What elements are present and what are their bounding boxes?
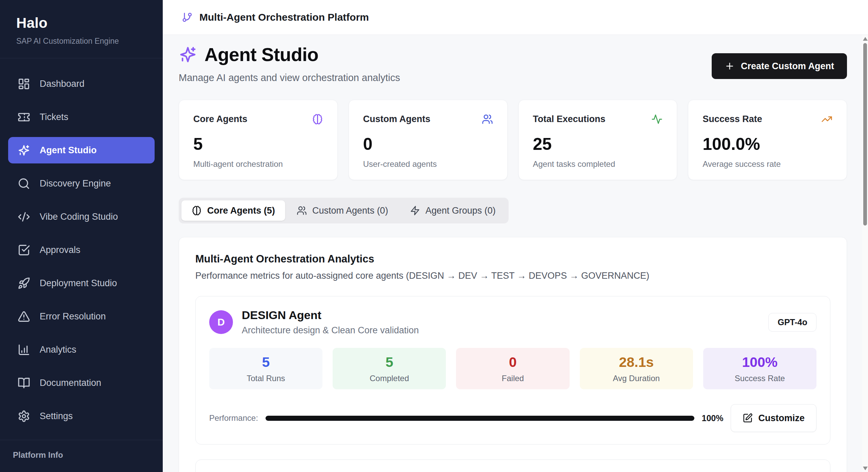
main-area: Multi-Agent Orchestration Platform Agent…: [163, 0, 868, 472]
agent-stat-success-rate: 100% Success Rate: [703, 348, 816, 389]
stat-sub: User-created agents: [363, 159, 493, 169]
page-subtitle: Manage AI agents and view orchestration …: [179, 72, 400, 83]
agent-stat-total-runs: 5 Total Runs: [209, 348, 322, 389]
page-header: Agent Studio Manage AI agents and view o…: [179, 44, 847, 83]
create-custom-agent-button[interactable]: Create Custom Agent: [712, 53, 847, 79]
vertical-scrollbar[interactable]: [862, 35, 868, 472]
sidebar-item-discovery-engine[interactable]: Discovery Engine: [8, 170, 155, 197]
stat-label: Success Rate: [703, 114, 762, 124]
sidebar-item-settings[interactable]: Settings: [8, 403, 155, 429]
scrollbar-up-arrow-icon[interactable]: [863, 37, 868, 41]
stat-label: Core Agents: [193, 114, 248, 124]
agent-stat-value: 100%: [742, 354, 777, 370]
sidebar-item-approvals[interactable]: Approvals: [8, 237, 155, 263]
page-title-row: Agent Studio: [179, 44, 400, 65]
sparkles-icon: [18, 144, 30, 157]
sidebar-item-label: Approvals: [40, 245, 80, 255]
scrollbar-down-arrow-icon[interactable]: [863, 467, 868, 470]
app-subtitle: SAP AI Customization Engine: [16, 37, 146, 46]
git-branch-icon: [182, 12, 193, 23]
agent-stat-avg-duration: 28.1s Avg Duration: [580, 348, 693, 389]
stat-value: 25: [533, 134, 663, 154]
agent-stat-value: 5: [386, 354, 393, 370]
performance-bar: [265, 416, 694, 421]
tab-label: Custom Agents (0): [312, 205, 388, 216]
performance-bar-fill: [265, 416, 694, 421]
brain-icon: [192, 205, 202, 216]
agent-card-dev: D DEV Agent Production-ready code genera…: [195, 459, 830, 472]
book-open-icon: [18, 377, 30, 389]
tab-label: Agent Groups (0): [426, 205, 496, 216]
tab-custom-agents[interactable]: Custom Agents (0): [287, 200, 398, 221]
plus-icon: [725, 61, 735, 71]
stat-sub: Average success rate: [703, 159, 832, 169]
sidebar-footer: Platform Info: [0, 440, 163, 472]
tab-core-agents[interactable]: Core Agents (5): [181, 200, 285, 221]
agent-stat-value: 28.1s: [619, 354, 654, 370]
edit-icon: [743, 413, 753, 423]
stat-value: 5: [193, 134, 323, 154]
agent-stat-label: Avg Duration: [613, 374, 660, 383]
agent-description: Architecture design & Clean Core validat…: [242, 325, 419, 336]
stat-value: 100.0%: [703, 134, 832, 154]
sidebar-item-label: Documentation: [40, 378, 101, 388]
sidebar-item-label: Deployment Studio: [40, 278, 117, 289]
customize-button[interactable]: Customize: [731, 404, 816, 432]
stat-sub: Multi-agent orchestration: [193, 159, 323, 169]
orchestration-analytics-panel: Multi-Agent Orchestration Analytics Perf…: [179, 237, 847, 472]
platform-info-label: Platform Info: [13, 450, 63, 459]
agent-name: DESIGN Agent: [242, 309, 419, 322]
sidebar-item-label: Agent Studio: [40, 145, 97, 156]
gear-icon: [18, 410, 30, 422]
model-badge: GPT-4o: [768, 313, 816, 332]
agent-stat-label: Success Rate: [735, 374, 785, 383]
agent-stat-failed: 0 Failed: [456, 348, 569, 389]
app-logo: Halo: [16, 15, 146, 31]
sidebar-item-error-resolution[interactable]: Error Resolution: [8, 303, 155, 330]
scrollbar-thumb[interactable]: [863, 43, 867, 225]
sidebar-item-label: Settings: [40, 411, 73, 421]
sidebar: Halo SAP AI Customization Engine Dashboa…: [0, 0, 163, 472]
stats-row: Core Agents 5 Multi-agent orchestration …: [179, 100, 847, 180]
agent-stat-label: Failed: [502, 374, 524, 383]
brain-icon: [312, 114, 323, 125]
tab-label: Core Agents (5): [207, 205, 275, 216]
sidebar-nav: Dashboard Tickets Agent Studio Discovery…: [0, 58, 163, 440]
sidebar-item-label: Error Resolution: [40, 311, 106, 322]
performance-value: 100%: [702, 413, 724, 423]
stat-value: 0: [363, 134, 493, 154]
sidebar-item-label: Analytics: [40, 345, 76, 355]
agent-card-design: D DESIGN Agent Architecture design & Cle…: [195, 296, 830, 445]
sidebar-item-deployment-studio[interactable]: Deployment Studio: [8, 270, 155, 296]
alert-triangle-icon: [18, 310, 30, 323]
users-icon: [297, 205, 307, 216]
stat-card-total-executions: Total Executions 25 Agent tasks complete…: [518, 100, 677, 180]
sparkles-icon: [179, 45, 197, 64]
create-custom-agent-label: Create Custom Agent: [741, 61, 834, 72]
zap-icon: [410, 205, 420, 216]
performance-label: Performance:: [209, 413, 258, 423]
page-title: Agent Studio: [204, 44, 318, 65]
sidebar-item-vibe-coding-studio[interactable]: Vibe Coding Studio: [8, 203, 155, 230]
analytics-subtitle: Performance metrics for auto-assigned co…: [195, 271, 830, 281]
sidebar-item-label: Tickets: [40, 112, 68, 122]
agent-stat-label: Completed: [370, 374, 409, 383]
tab-agent-groups[interactable]: Agent Groups (0): [400, 200, 506, 221]
stat-card-success-rate: Success Rate 100.0% Average success rate: [688, 100, 847, 180]
dashboard-grid-icon: [18, 78, 30, 90]
sidebar-item-documentation[interactable]: Documentation: [8, 370, 155, 396]
agent-stat-completed: 5 Completed: [333, 348, 446, 389]
topbar-title: Multi-Agent Orchestration Platform: [199, 12, 369, 23]
sidebar-item-agent-studio[interactable]: Agent Studio: [8, 137, 155, 163]
code-icon: [18, 211, 30, 223]
sidebar-item-analytics[interactable]: Analytics: [8, 336, 155, 363]
sidebar-item-tickets[interactable]: Tickets: [8, 104, 155, 130]
sidebar-item-dashboard[interactable]: Dashboard: [8, 71, 155, 97]
analytics-title: Multi-Agent Orchestration Analytics: [195, 253, 830, 265]
stat-sub: Agent tasks completed: [533, 159, 663, 169]
bar-chart-icon: [18, 343, 30, 356]
avatar: D: [209, 310, 233, 334]
agent-stats-row: 5 Total Runs 5 Completed 0 Failed 28.1s …: [209, 348, 816, 389]
stat-label: Total Executions: [533, 114, 606, 124]
sidebar-item-label: Discovery Engine: [40, 178, 111, 189]
